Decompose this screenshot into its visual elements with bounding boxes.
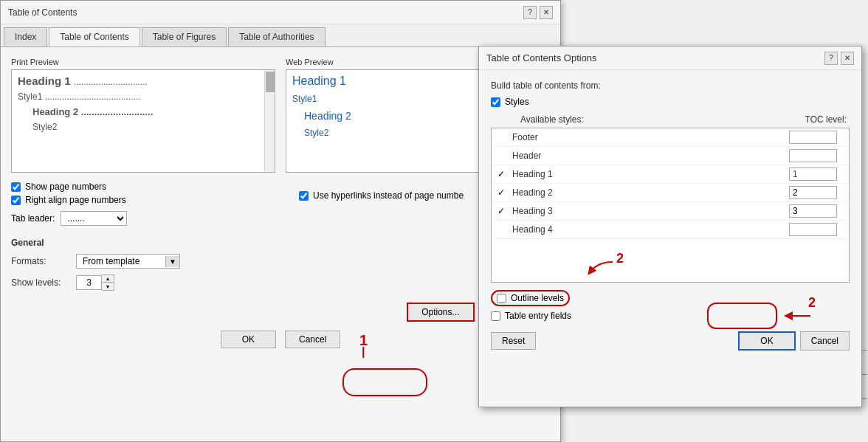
heading4-level-input[interactable] bbox=[789, 223, 837, 236]
web-style2-link[interactable]: Style2 bbox=[304, 128, 328, 138]
options-titlebar-controls: ? ✕ bbox=[824, 52, 854, 65]
show-page-numbers-checkbox[interactable] bbox=[11, 182, 21, 192]
available-styles-label: Available styles: bbox=[520, 114, 584, 125]
levels-down-button[interactable]: ▼ bbox=[102, 283, 114, 290]
styles-checkbox-row: Styles bbox=[491, 97, 850, 107]
heading3-level-input[interactable] bbox=[789, 204, 837, 218]
formats-label: Formats: bbox=[11, 256, 70, 266]
close-button[interactable]: ✕ bbox=[540, 6, 553, 19]
previews-row: Print Preview Heading 1 ................… bbox=[11, 58, 550, 173]
tab-index[interactable]: Index bbox=[4, 27, 47, 46]
heading1-check: ✓ bbox=[497, 169, 512, 179]
style-row-heading3: ✓ Heading 3 bbox=[492, 202, 849, 221]
general-label: General bbox=[11, 238, 550, 248]
right-align-row: Right align page numbers bbox=[11, 195, 550, 205]
use-hyperlinks-checkbox[interactable] bbox=[299, 191, 309, 201]
dialog-tabs: Index Table of Contents Table of Figures… bbox=[1, 24, 560, 47]
tab-table-of-authorities[interactable]: Table of Authorities bbox=[228, 27, 325, 46]
print-style2: Style2 3 bbox=[18, 122, 269, 132]
bottom-section: Options... Modify... bbox=[11, 303, 550, 322]
options-dialog-titlebar: Table of Contents Options ? ✕ bbox=[479, 46, 861, 70]
formats-dropdown-arrow[interactable]: ▼ bbox=[165, 256, 179, 267]
options-bottom-buttons: Reset OK Cancel bbox=[491, 331, 850, 351]
styles-list: Footer Header ✓ Heading 1 bbox=[491, 128, 850, 283]
show-levels-label: Show levels: bbox=[11, 277, 70, 288]
header-level bbox=[784, 149, 843, 162]
toc-dialog-title: Table of Contents bbox=[8, 7, 77, 18]
print-preview-area: Heading 1 ..............................… bbox=[11, 69, 275, 173]
build-label: Build table of contents from: bbox=[491, 80, 850, 91]
options-button[interactable]: Options... bbox=[407, 303, 474, 322]
toc-level-label: TOC level: bbox=[805, 114, 847, 125]
styles-checkbox[interactable] bbox=[491, 97, 500, 107]
tab-table-of-figures[interactable]: Table of Figures bbox=[142, 27, 227, 46]
heading2-level-input[interactable] bbox=[789, 186, 837, 199]
print-style1: Style1 .................................… bbox=[18, 91, 269, 102]
heading3-name: Heading 3 bbox=[512, 206, 784, 216]
ok-cancel-buttons: OK Cancel bbox=[11, 331, 550, 348]
show-levels-row: Show levels: ▲ ▼ bbox=[11, 274, 550, 291]
right-align-checkbox[interactable] bbox=[11, 196, 21, 205]
show-levels-input[interactable] bbox=[76, 275, 102, 290]
styles-checkbox-label: Styles bbox=[505, 97, 529, 107]
outline-highlight: Outline levels bbox=[491, 290, 570, 306]
general-section: General Formats: From template ▼ Show le… bbox=[11, 238, 550, 291]
table-entry-checkbox[interactable] bbox=[491, 311, 500, 321]
web-heading1-link[interactable]: Heading 1 bbox=[292, 75, 346, 87]
levels-spinner: ▲ ▼ bbox=[102, 274, 114, 291]
heading4-name: Heading 4 bbox=[512, 224, 784, 235]
options-help-button[interactable]: ? bbox=[824, 52, 838, 65]
table-entry-row: Table entry fields bbox=[491, 311, 850, 321]
table-entry-label: Table entry fields bbox=[505, 311, 571, 321]
print-preview-scrollbar[interactable] bbox=[264, 70, 275, 172]
options-dialog-content: Build table of contents from: Styles Ava… bbox=[479, 70, 861, 361]
header-level-input[interactable] bbox=[789, 149, 837, 162]
options-close-button[interactable]: ✕ bbox=[841, 52, 854, 65]
options-checks: Outline levels Table entry fields bbox=[491, 290, 850, 321]
style-row-heading2: ✓ Heading 2 bbox=[492, 184, 849, 202]
print-preview-label: Print Preview bbox=[11, 58, 275, 66]
toc-ok-button[interactable]: OK bbox=[221, 331, 276, 348]
help-button[interactable]: ? bbox=[523, 6, 537, 19]
outline-levels-row: Outline levels bbox=[491, 290, 850, 306]
formats-select-container: From template ▼ bbox=[76, 254, 180, 269]
web-style1-link[interactable]: Style1 bbox=[292, 94, 317, 104]
heading2-level bbox=[784, 186, 843, 199]
heading3-level bbox=[784, 204, 843, 218]
header-name: Header bbox=[512, 151, 784, 161]
style-row-header: Header bbox=[492, 147, 849, 165]
reset-button[interactable]: Reset bbox=[491, 332, 536, 350]
options-ok-button[interactable]: OK bbox=[738, 331, 795, 351]
heading1-name: Heading 1 bbox=[512, 169, 784, 179]
web-heading2-link[interactable]: Heading 2 bbox=[304, 110, 351, 122]
heading1-level-input[interactable] bbox=[789, 168, 837, 181]
toc-dialog-content: Print Preview Heading 1 ................… bbox=[1, 47, 560, 359]
formats-row: Formats: From template ▼ bbox=[11, 254, 550, 269]
tab-leader-label: Tab leader: bbox=[11, 213, 55, 224]
heading1-level bbox=[784, 168, 843, 181]
formats-value[interactable]: From template bbox=[77, 255, 165, 268]
footer-level-input[interactable] bbox=[789, 131, 837, 144]
print-heading2: Heading 2 ...........................3 bbox=[18, 106, 269, 117]
toc-cancel-button[interactable]: Cancel bbox=[285, 331, 340, 348]
outline-levels-checkbox[interactable] bbox=[497, 294, 506, 303]
print-preview-box: Print Preview Heading 1 ................… bbox=[11, 58, 275, 173]
print-heading1: Heading 1 ..............................… bbox=[18, 75, 269, 87]
footer-level bbox=[784, 131, 843, 144]
heading2-name: Heading 2 bbox=[512, 187, 784, 198]
levels-up-button[interactable]: ▲ bbox=[102, 275, 114, 283]
titlebar-controls: ? ✕ bbox=[523, 6, 553, 19]
tab-table-of-contents[interactable]: Table of Contents bbox=[49, 27, 140, 46]
heading4-level bbox=[784, 223, 843, 236]
heading2-check: ✓ bbox=[497, 187, 512, 198]
show-page-numbers-row: Show page numbers bbox=[11, 182, 550, 192]
styles-table-header: Available styles: TOC level: bbox=[491, 114, 850, 128]
tab-leader-select[interactable]: ....... ------- _______ (none) bbox=[61, 211, 127, 226]
footer-name: Footer bbox=[512, 132, 784, 142]
ok-cancel-group: OK Cancel bbox=[738, 331, 850, 351]
heading3-check: ✓ bbox=[497, 206, 512, 216]
options-cancel-button[interactable]: Cancel bbox=[800, 331, 850, 351]
style-row-heading1: ✓ Heading 1 bbox=[492, 165, 849, 184]
use-hyperlinks-label: Use hyperlinks instead of page numbe bbox=[313, 190, 464, 201]
options-dialog-title: Table of Contents Options bbox=[486, 52, 597, 63]
